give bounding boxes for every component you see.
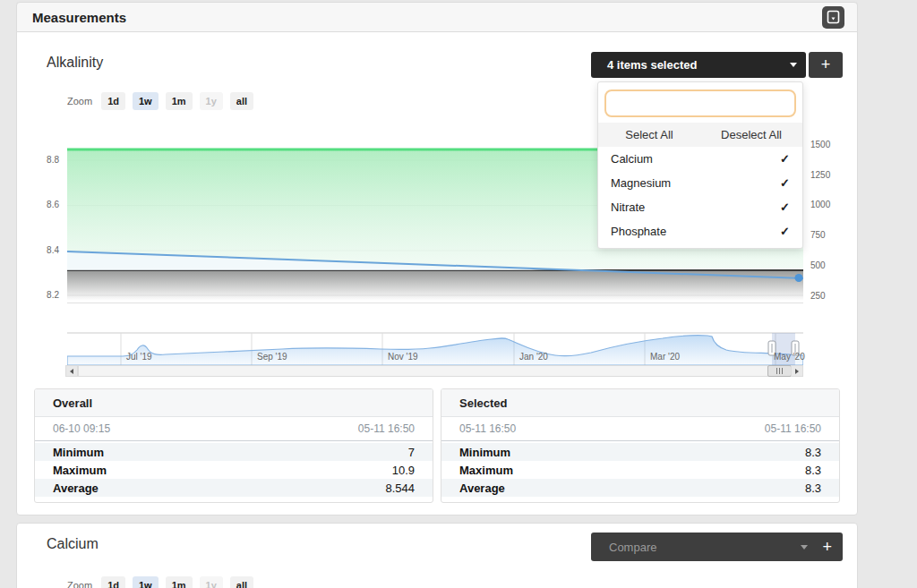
dropdown-item-magnesium[interactable]: Magnesium ✓	[598, 171, 802, 195]
add-measurement-button[interactable]: +	[809, 52, 843, 78]
zoom-all-button[interactable]: all	[230, 92, 253, 110]
items-select-dropdown-panel: Select All Deselect All Calcium ✓ Magnes…	[597, 81, 803, 249]
zoom-1m-button[interactable]: 1m	[166, 92, 193, 110]
zoom-1w-button[interactable]: 1w	[133, 576, 159, 588]
zoom-1d-button[interactable]: 1d	[101, 92, 125, 110]
selected-date-start: 05-11 16:50	[459, 422, 516, 435]
dropdown-search-input[interactable]	[604, 89, 796, 117]
chevron-down-icon	[801, 545, 808, 550]
series-endpoint-marker[interactable]	[795, 274, 803, 282]
selected-stats-card: Selected 05-11 16:50 05-11 16:50 Minimum…	[441, 388, 840, 503]
checkmark-icon: ✓	[780, 225, 790, 238]
y-axis-right-tick: 250	[810, 291, 846, 302]
overall-stats-title: Overall	[35, 389, 433, 417]
y-axis-right-tick: 1000	[810, 200, 846, 210]
zoom-label: Zoom	[67, 96, 92, 107]
checkmark-icon: ✓	[780, 152, 790, 166]
panel-toggle-button[interactable]	[822, 6, 844, 29]
zoom-all-button[interactable]: all	[230, 576, 253, 588]
stat-row-minimum: Minimum 8.3	[441, 443, 839, 461]
chevron-down-icon	[790, 63, 797, 67]
zoom-label: Zoom	[67, 580, 92, 588]
dropdown-item-nitrate[interactable]: Nitrate ✓	[598, 195, 802, 219]
compare-label: Compare	[609, 541, 656, 554]
zoom-range-controls: Zoom 1d 1w 1m 1y all	[67, 92, 261, 110]
y-axis-right-tick: 750	[810, 230, 846, 241]
navigator-month-label: Sep '19	[257, 352, 287, 362]
items-select-dropdown-button[interactable]: 4 items selected	[591, 52, 806, 78]
dropdown-item-phosphate[interactable]: Phosphate ✓	[598, 219, 802, 243]
navigator-chart[interactable]	[67, 332, 803, 365]
section-title-alkalinity: Alkalinity	[47, 55, 103, 71]
overall-stats-card: Overall 06-10 09:15 05-11 16:50 Minimum …	[34, 388, 433, 503]
navigator-month-label: Nov '19	[388, 352, 418, 362]
select-all-button[interactable]: Select All	[598, 128, 700, 141]
dropdown-item-calcium[interactable]: Calcium ✓	[598, 147, 802, 171]
arrow-right-icon	[795, 369, 799, 374]
overall-date-end: 05-11 16:50	[358, 422, 415, 435]
zoom-1y-button[interactable]: 1y	[200, 92, 223, 110]
stat-row-average: Average 8.544	[35, 479, 433, 497]
window-header: Measurements	[16, 2, 858, 32]
y-axis-tick: 8.6	[32, 200, 59, 210]
y-axis-right-tick: 500	[810, 260, 846, 271]
navigator-month-label: Jan '20	[519, 352, 548, 362]
y-axis-right-tick: 1500	[810, 140, 846, 150]
y-axis-tick: 8.8	[32, 155, 59, 166]
scrollbar-thumb[interactable]	[767, 365, 792, 377]
items-select-label: 4 items selected	[607, 58, 697, 72]
stat-row-minimum: Minimum 7	[35, 443, 433, 461]
plus-icon: +	[821, 55, 831, 74]
zoom-1y-button[interactable]: 1y	[200, 576, 223, 588]
stat-row-average: Average 8.3	[441, 479, 839, 497]
dropdown-bulk-actions: Select All Deselect All	[598, 123, 802, 147]
overall-date-start: 06-10 09:15	[53, 422, 110, 435]
navigator-month-label: May '20	[774, 352, 805, 362]
selected-stats-title: Selected	[441, 389, 839, 417]
navigator-month-label: Mar '20	[650, 352, 680, 362]
zoom-1w-button[interactable]: 1w	[133, 92, 159, 110]
navigator-area	[67, 336, 803, 365]
scrollbar-right-button[interactable]	[791, 365, 803, 377]
page-title: Measurements	[32, 10, 126, 25]
zoom-1m-button[interactable]: 1m	[166, 576, 193, 588]
plus-icon[interactable]: +	[822, 538, 832, 557]
arrow-left-icon	[70, 369, 73, 374]
stat-row-maximum: Maximum 10.9	[35, 461, 433, 479]
deselect-all-button[interactable]: Deselect All	[700, 128, 802, 141]
zoom-range-controls: Zoom 1d 1w 1m 1y all	[67, 576, 261, 588]
stat-row-maximum: Maximum 8.3	[441, 461, 839, 479]
selected-date-end: 05-11 16:50	[765, 422, 821, 435]
zoom-1d-button[interactable]: 1d	[101, 576, 125, 588]
y-axis-tick: 8.4	[32, 245, 59, 256]
checkmark-icon: ✓	[780, 176, 790, 190]
section-title-calcium: Calcium	[47, 536, 99, 552]
compare-dropdown-button[interactable]: Compare +	[591, 533, 843, 561]
scrollbar-left-button[interactable]	[65, 365, 78, 377]
navigator-month-label: Jul '19	[126, 352, 152, 362]
y-axis-tick: 8.2	[32, 290, 59, 301]
y-axis-right-tick: 1250	[810, 170, 846, 181]
panel-toggle-icon	[822, 6, 844, 29]
danger-zone-band	[67, 271, 803, 301]
checkmark-icon: ✓	[780, 200, 790, 214]
page: Measurements Alkalinity 4 items selected…	[0, 0, 917, 588]
scrollbar-track[interactable]	[78, 365, 791, 377]
